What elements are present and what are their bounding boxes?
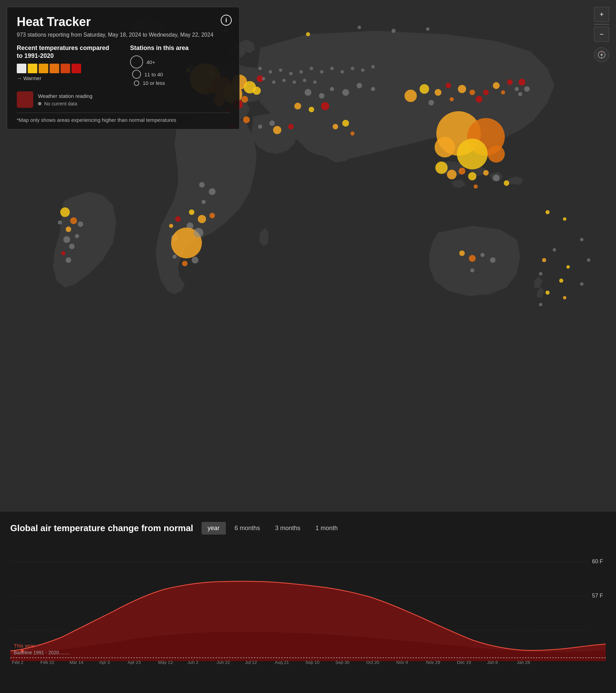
svg-point-102 [66,227,71,232]
svg-point-72 [209,213,215,218]
svg-point-66 [474,184,478,189]
svg-point-68 [209,188,216,195]
station-size-legend: 40+ 11 to 40 10 or less [130,55,230,86]
no-data-label: No current data [44,101,77,106]
svg-point-67 [199,182,205,188]
svg-point-40 [446,83,451,88]
svg-point-28 [342,89,349,96]
svg-point-129 [358,26,361,29]
circle-lg-icon [130,55,143,68]
svg-point-109 [78,221,83,227]
svg-text:Oct 20: Oct 20 [366,660,379,665]
svg-text:May 13: May 13 [158,660,173,665]
svg-point-54 [435,137,455,157]
svg-point-126 [563,296,566,299]
color-scale [17,64,116,73]
chart-area: Global air temperature change from norma… [0,512,616,693]
svg-point-99 [313,80,317,84]
svg-point-127 [539,303,542,306]
svg-point-33 [321,102,329,110]
svg-point-130 [392,29,396,33]
svg-point-22 [269,120,275,126]
svg-point-31 [294,103,301,110]
zoom-in-button[interactable]: + [594,7,609,22]
svg-point-117 [580,238,583,241]
svg-point-87 [310,67,313,70]
zoom-out-button[interactable]: − [594,27,609,42]
svg-point-131 [426,27,429,31]
svg-point-124 [580,282,583,286]
svg-point-57 [524,86,530,92]
svg-point-70 [189,209,194,215]
svg-point-88 [320,70,323,74]
svg-point-36 [350,131,355,136]
legend-subtitle: 973 stations reporting from Saturday, Ma… [17,32,230,38]
station-medium-label: 11 to 40 [144,72,163,77]
svg-point-23 [273,126,281,134]
time-filter-year[interactable]: year [202,522,226,535]
svg-point-71 [198,215,206,223]
station-small: 10 or less [134,80,230,86]
no-data-row: No current data [38,101,92,106]
time-filter-3months[interactable]: 3 months [269,522,307,535]
svg-text:Sep 30: Sep 30 [335,660,349,665]
color-dark-orange [61,64,70,73]
svg-point-38 [420,84,429,94]
svg-point-15 [241,96,248,103]
svg-point-81 [192,257,198,264]
svg-point-106 [61,251,65,255]
color-lightest [17,64,26,73]
weather-station-label: Weather station reading [38,93,92,99]
svg-text:Jun 2: Jun 2 [188,660,198,665]
chart-title: Global air temperature change from norma… [10,523,193,534]
svg-point-85 [289,72,293,75]
svg-point-95 [272,80,275,84]
svg-point-83 [269,70,272,74]
time-filter-1month[interactable]: 1 month [309,522,344,535]
info-icon-btn[interactable]: i [221,15,232,26]
svg-text:This year: This year [14,643,35,649]
svg-point-101 [70,217,77,224]
no-data-dot-icon [38,102,41,105]
time-filters: year 6 months 3 months 1 month [202,522,344,535]
station-small-label: 10 or less [143,80,165,86]
svg-point-34 [333,124,338,129]
svg-text:Jun 22: Jun 22 [217,660,230,665]
svg-point-112 [480,253,485,257]
svg-point-32 [309,107,314,112]
svg-point-84 [279,68,282,72]
svg-point-63 [483,170,489,176]
station-large-label: 40+ [146,59,155,65]
stations-legend-title: Stations in this area [130,44,230,52]
svg-point-78 [194,228,203,238]
svg-point-86 [299,70,303,74]
svg-point-27 [330,87,334,91]
svg-point-103 [75,234,79,238]
svg-point-21 [258,125,262,129]
svg-point-121 [587,258,590,262]
compass-button[interactable] [594,47,609,62]
svg-point-69 [202,200,206,204]
legend-overlay: Heat Tracker i 973 stations reporting fr… [7,7,240,129]
svg-point-108 [58,220,62,224]
svg-point-59 [435,162,448,174]
svg-point-137 [601,54,603,56]
time-filter-6months[interactable]: 6 months [229,522,266,535]
svg-text:60 F: 60 F [592,559,603,564]
svg-point-79 [182,261,188,266]
weather-station-row: Weather station reading No current data [17,91,230,108]
svg-text:Jan 8: Jan 8 [487,660,498,665]
svg-text:Apr 23: Apr 23 [128,660,141,665]
svg-point-107 [66,257,71,263]
svg-text:Sep 10: Sep 10 [305,660,319,665]
svg-point-98 [303,79,306,82]
svg-point-119 [542,258,546,262]
svg-point-128 [306,32,310,36]
svg-point-94 [262,77,265,80]
svg-point-120 [566,265,570,269]
app-title: Heat Tracker [17,15,230,29]
svg-point-64 [493,175,500,181]
svg-point-96 [282,79,286,82]
warmer-label: → Warmer [17,75,116,81]
svg-point-24 [288,124,294,129]
